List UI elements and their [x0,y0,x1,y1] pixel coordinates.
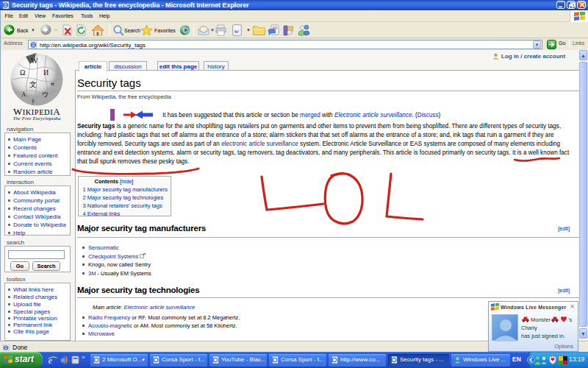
svg-text:文: 文 [29,80,37,88]
svg-text:W: W [31,57,38,65]
svg-text:Ω: Ω [20,68,25,77]
svg-text:w: w [234,27,240,35]
svg-text:ө: ө [51,79,54,87]
svg-text:И: И [43,68,49,77]
svg-text:10: 10 [545,356,550,360]
svg-text:e: e [49,355,53,365]
svg-text:ỹ: ỹ [32,98,35,105]
svg-text:ウ: ウ [42,91,49,98]
svg-text:А: А [21,91,26,98]
